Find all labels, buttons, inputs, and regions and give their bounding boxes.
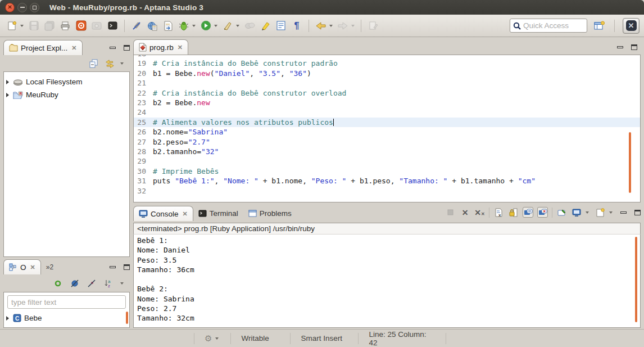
close-tab-icon[interactable]: ✕ xyxy=(30,264,35,271)
preview-icon[interactable] xyxy=(89,19,104,33)
minimize-view-icon[interactable] xyxy=(110,266,116,268)
editor-scrollbar[interactable] xyxy=(629,132,631,193)
maximize-editor-icon[interactable] xyxy=(631,44,637,50)
view-menu-icon[interactable] xyxy=(120,62,124,65)
remove-all-launches-icon[interactable]: ✕✕ xyxy=(474,207,485,218)
terminate-icon[interactable] xyxy=(445,207,456,218)
tab-terminal[interactable]: Terminal xyxy=(193,206,243,221)
scroll-lock-icon[interactable] xyxy=(508,207,519,218)
code-line[interactable]: 23b2 = Bebe.new xyxy=(134,98,640,107)
code-line[interactable]: 25# Alimenta valores nos atributos publi… xyxy=(134,118,640,127)
close-button[interactable]: ✕ xyxy=(5,3,15,12)
close-tab-icon[interactable]: ✕ xyxy=(178,44,183,51)
save-all-icon[interactable] xyxy=(42,19,57,33)
titlebar[interactable]: ✕ Web - MeuRuby/prog.rb - Aptana Studio … xyxy=(0,0,644,15)
terminal-launch-icon[interactable] xyxy=(105,19,120,33)
maximize-button[interactable] xyxy=(30,3,39,12)
no-edit-pencil-icon[interactable] xyxy=(129,19,144,33)
external-tools-dropdown[interactable] xyxy=(236,25,239,27)
minimize-console-icon[interactable] xyxy=(620,211,627,214)
code-line[interactable]: 30# Imprime Bebês xyxy=(134,166,640,176)
project-explorer-tree[interactable]: Local Filesystem R MeuRuby xyxy=(3,71,130,257)
external-tools-icon[interactable] xyxy=(220,19,235,33)
run-dropdown[interactable] xyxy=(214,25,217,27)
public-members-icon[interactable] xyxy=(53,278,63,289)
quick-access-box[interactable] xyxy=(510,19,587,33)
tree-item-local-filesystem[interactable]: Local Filesystem xyxy=(4,75,129,88)
maximize-view-icon[interactable] xyxy=(124,264,130,270)
code-line[interactable]: 21 xyxy=(134,78,640,88)
outline-scrollbar[interactable] xyxy=(126,312,128,324)
expand-arrow-icon[interactable] xyxy=(6,93,9,97)
minimize-editor-icon[interactable] xyxy=(617,46,623,48)
code-line[interactable]: 26b2.nome="Sabrina" xyxy=(134,127,640,137)
new-file-dropdown[interactable] xyxy=(20,25,24,27)
show-block-icon[interactable] xyxy=(274,19,288,33)
expand-arrow-icon[interactable] xyxy=(6,80,9,84)
view-menu-icon[interactable] xyxy=(120,282,124,285)
outline-filter-input[interactable] xyxy=(11,298,122,307)
hide-static-icon[interactable] xyxy=(70,278,80,289)
export-page-icon[interactable] xyxy=(161,19,175,33)
maximize-console-icon[interactable] xyxy=(634,210,641,215)
debug-icon[interactable] xyxy=(176,19,191,33)
tree-item-bebe[interactable]: C Bebe xyxy=(4,312,129,325)
code-line[interactable]: 27b2.peso="2.7" xyxy=(134,137,640,147)
sort-az-icon[interactable]: az xyxy=(103,278,114,289)
web-preview-icon[interactable] xyxy=(145,19,160,33)
pin-console-icon[interactable] xyxy=(556,207,567,218)
code-editor[interactable]: 1819# Cria instância do Bebê construtor … xyxy=(133,55,641,202)
code-line[interactable]: 31puts "Bebê 1:", "Nome: " + b1.nome, "P… xyxy=(134,176,640,186)
my-aptana-icon[interactable] xyxy=(74,19,88,33)
tab-console[interactable]: Console ✕ xyxy=(133,206,193,221)
gear-dropdown[interactable] xyxy=(215,337,219,340)
clear-console-icon[interactable]: x xyxy=(493,207,504,218)
print-icon[interactable] xyxy=(58,19,72,33)
forward-dropdown[interactable] xyxy=(351,25,355,27)
tab-outline[interactable]: O ✕ xyxy=(3,259,41,274)
console-view[interactable]: Bebê 1:Nome: DanielPeso: 3.5Tamanho: 36c… xyxy=(133,235,641,328)
code-line[interactable]: 24 xyxy=(134,107,640,117)
maximize-view-icon[interactable] xyxy=(124,45,130,51)
display-console-icon[interactable] xyxy=(571,207,582,218)
tab-overflow[interactable]: »2 xyxy=(41,259,58,274)
code-line[interactable]: 22# Cria instância do Bebê construtor ov… xyxy=(134,88,640,98)
outline-content[interactable]: C Bebe xyxy=(3,292,130,328)
forward-icon[interactable] xyxy=(335,19,350,33)
outline-filter-box[interactable] xyxy=(7,295,126,309)
hide-nonpublic-icon[interactable] xyxy=(87,278,97,289)
close-tab-icon[interactable]: ✕ xyxy=(71,44,76,52)
link-with-editor-icon[interactable] xyxy=(105,58,115,69)
code-line[interactable]: 19# Cria instância do Bebê construtor pa… xyxy=(134,58,640,68)
back-icon[interactable] xyxy=(314,19,328,33)
code-line[interactable]: 29 xyxy=(134,156,640,166)
code-line[interactable]: 32 xyxy=(134,186,640,196)
show-on-stderr-icon[interactable]: ✕ xyxy=(537,207,548,218)
quick-access-input[interactable] xyxy=(523,21,584,30)
code-line[interactable]: 28b2.tamanho="32" xyxy=(134,147,640,156)
tab-project-explorer[interactable]: Project Expl... ✕ xyxy=(3,40,83,55)
pilcrow-icon[interactable]: ¶ xyxy=(289,19,304,33)
minimize-view-icon[interactable] xyxy=(110,47,116,49)
tab-problems[interactable]: Problems xyxy=(243,206,297,221)
collapse-all-icon[interactable] xyxy=(89,58,99,69)
web-perspective-button[interactable]: ✕ xyxy=(623,18,640,34)
display-console-dropdown[interactable] xyxy=(586,211,589,214)
tree-item-meuruby[interactable]: R MeuRuby xyxy=(4,88,129,101)
highlighter-icon[interactable] xyxy=(258,19,273,33)
new-file-icon[interactable] xyxy=(4,19,19,33)
remove-launch-icon[interactable]: ✕ xyxy=(460,207,470,218)
tab-prog-rb[interactable]: prog.rb ✕ xyxy=(133,39,188,55)
back-dropdown[interactable] xyxy=(329,25,333,27)
close-tab-icon[interactable]: ✕ xyxy=(183,210,188,218)
code-line[interactable]: 20b1 = Bebe.new("Daniel", "3.5", "36") xyxy=(134,69,640,78)
open-console-dropdown[interactable] xyxy=(609,211,613,214)
run-icon[interactable] xyxy=(198,19,213,33)
last-edit-location-icon[interactable] xyxy=(366,19,380,33)
minimize-button[interactable] xyxy=(17,3,27,12)
debug-dropdown[interactable] xyxy=(192,25,196,27)
open-perspective-icon[interactable] xyxy=(592,19,606,33)
show-on-stdout-icon[interactable] xyxy=(523,207,533,218)
code-line[interactable]: 18 xyxy=(134,55,640,58)
open-resource-icon[interactable] xyxy=(242,19,257,33)
